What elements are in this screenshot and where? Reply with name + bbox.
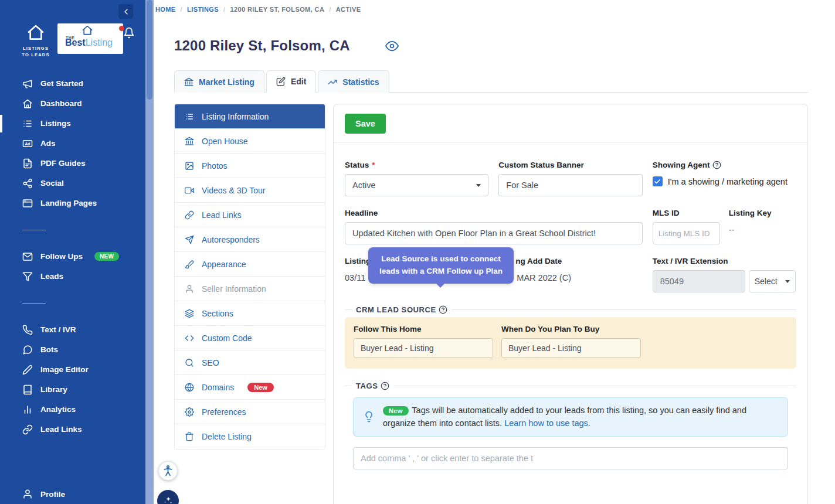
sidebar-item-label: Dashboard	[40, 99, 82, 108]
chevron-down-icon	[476, 184, 481, 187]
listing-add-date-value: MAR 2022 (C)	[498, 273, 642, 282]
subnav-item-seo[interactable]: SEO	[175, 350, 325, 375]
mls-id-input[interactable]	[653, 222, 720, 244]
subnav-item-label: Videos & 3D Tour	[202, 186, 265, 195]
sidebar-item-bots[interactable]: Bots	[0, 340, 145, 360]
funnel-icon	[22, 271, 33, 282]
tab-bar: Market ListingEditStatistics	[174, 70, 808, 93]
best-listing-brand-image[interactable]: THE BestListing	[57, 23, 123, 54]
sidebar-item-label: Social	[40, 179, 64, 188]
custom-status-banner-input[interactable]	[498, 174, 642, 196]
breadcrumb-item-listings[interactable]: LISTINGS	[187, 6, 219, 13]
save-button[interactable]: Save	[345, 114, 386, 134]
subnav-item-domains[interactable]: DomainsNew	[175, 375, 325, 400]
sidebar-item-label: Library	[40, 385, 67, 394]
sidebar-item-label: Analytics	[40, 405, 76, 414]
crm-lead-source-legend: CRM LEAD SOURCE	[352, 305, 452, 314]
subnav-item-delete-listing[interactable]: Delete Listing	[175, 424, 325, 449]
sidebar-item-dashboard[interactable]: Dashboard	[0, 94, 145, 114]
mail-icon	[22, 251, 33, 262]
chevron-left-icon	[121, 7, 131, 16]
sidebar-item-leads[interactable]: Leads	[0, 267, 145, 287]
mls-listing-key-field: MLS ID Listing Key --	[653, 209, 796, 244]
sidebar-item-library[interactable]: Library	[0, 380, 145, 400]
subnav-item-preferences[interactable]: Preferences	[175, 400, 325, 424]
subnav-item-videos-3d-tour[interactable]: Videos & 3D Tour	[175, 178, 325, 203]
when-do-you-plan-to-buy-input[interactable]	[501, 338, 641, 358]
main-content: HOME/LISTINGS/1200 RILEY ST, FOLSOM, CA/…	[154, 0, 835, 504]
sidebar-item-landing-pages[interactable]: Landing Pages	[0, 193, 145, 213]
megaphone-icon	[22, 79, 33, 89]
help-icon[interactable]	[439, 305, 447, 314]
subnav-item-label: Autoresponders	[202, 235, 260, 244]
brush-icon	[185, 260, 194, 269]
subnav-item-lead-links[interactable]: Lead Links	[175, 203, 325, 227]
tab-market-listing[interactable]: Market Listing	[174, 70, 264, 93]
breadcrumb-item-home[interactable]: HOME	[155, 6, 176, 13]
sidebar-item-get-started[interactable]: Get Started	[0, 74, 145, 94]
sidebar-item-ads[interactable]: AdAds	[0, 134, 145, 154]
ad-icon: Ad	[22, 138, 33, 149]
status-select[interactable]: Active	[345, 174, 488, 196]
subnav-item-appearance[interactable]: Appearance	[175, 252, 325, 277]
sidebar-item-analytics[interactable]: Analytics	[0, 400, 145, 420]
bell-icon	[123, 27, 135, 39]
showing-agent-checkbox[interactable]	[653, 176, 663, 186]
listings-to-leads-logo[interactable]: LISTINGS TO LEADS	[21, 23, 50, 59]
subnav-item-sections[interactable]: Sections	[175, 301, 325, 326]
subnav-item-autoresponders[interactable]: Autoresponders	[175, 227, 325, 252]
new-badge: New	[247, 383, 274, 392]
subnav-item-open-house[interactable]: Open House	[175, 129, 325, 154]
scrollbar-thumb[interactable]	[147, 0, 152, 100]
ivr-extension-input	[653, 270, 745, 292]
learn-how-to-use-tags-link[interactable]: Learn how to use tags.	[504, 418, 590, 428]
house-icon	[81, 25, 94, 36]
headline-input[interactable]	[345, 222, 643, 244]
subnav-item-label: Custom Code	[202, 333, 252, 343]
breadcrumb-separator: /	[223, 6, 225, 13]
lightbulb-icon	[363, 411, 375, 423]
sidebar-scrollbar[interactable]	[145, 0, 154, 504]
eye-preview-icon[interactable]	[385, 39, 399, 53]
showing-agent-checkbox-label: I'm a showing / marketing agent	[668, 177, 788, 186]
tab-label: Statistics	[342, 77, 379, 87]
sidebar-collapse-button[interactable]	[118, 4, 133, 19]
house-icon	[26, 23, 46, 42]
notifications-bell[interactable]	[123, 27, 135, 40]
sidebar-item-listings[interactable]: Listings	[0, 114, 145, 134]
help-icon[interactable]	[381, 382, 389, 390]
list-icon	[22, 118, 33, 129]
subnav-item-custom-code[interactable]: Custom Code	[175, 326, 325, 350]
custom-status-banner-field: Custom Status Banner	[498, 161, 642, 196]
subnav-item-photos[interactable]: Photos	[175, 154, 325, 178]
share-icon	[22, 178, 33, 189]
tab-edit[interactable]: Edit	[266, 70, 316, 93]
subnav-item-label: SEO	[202, 358, 219, 367]
sidebar-item-label: Image Editor	[40, 365, 89, 374]
tags-info-alert: New Tags will be automatically added to …	[353, 397, 788, 437]
gear-icon	[185, 407, 194, 417]
listing-key-group: Listing Key --	[729, 209, 772, 244]
breadcrumb-separator: /	[181, 6, 182, 13]
text-ivr-extension-label: Text / IVR Extension	[653, 257, 796, 265]
accessibility-button[interactable]	[158, 461, 178, 481]
sidebar-item-image-editor[interactable]: Image Editor	[0, 360, 145, 380]
sidebar-item-lead-links[interactable]: Lead Links	[0, 420, 145, 440]
help-icon[interactable]	[712, 161, 721, 169]
subnav-item-listing-information[interactable]: Listing Information	[175, 104, 325, 129]
sidebar-item-social[interactable]: Social	[0, 173, 145, 193]
subnav-item-seller-information[interactable]: Seller Information	[175, 277, 325, 301]
sidebar-item-profile[interactable]: Profile	[0, 484, 145, 504]
sidebar-item-follow-ups[interactable]: Follow UpsNEW	[0, 247, 145, 267]
logo-caption-line2: TO LEADS	[21, 52, 50, 58]
subnav-item-label: Domains	[202, 383, 234, 392]
tags-input[interactable]	[353, 447, 788, 469]
user-icon	[185, 284, 194, 294]
tab-statistics[interactable]: Statistics	[318, 70, 389, 93]
link-icon	[22, 424, 33, 435]
sidebar-item-text-ivr[interactable]: Text / IVR	[0, 320, 145, 340]
ivr-select[interactable]: Select	[749, 270, 796, 292]
listing-page: 1200 Riley St, Folsom, CA Market Listing…	[154, 38, 835, 504]
sidebar-item-pdf-guides[interactable]: PDF Guides	[0, 154, 145, 173]
follow-this-home-input[interactable]	[354, 338, 493, 358]
